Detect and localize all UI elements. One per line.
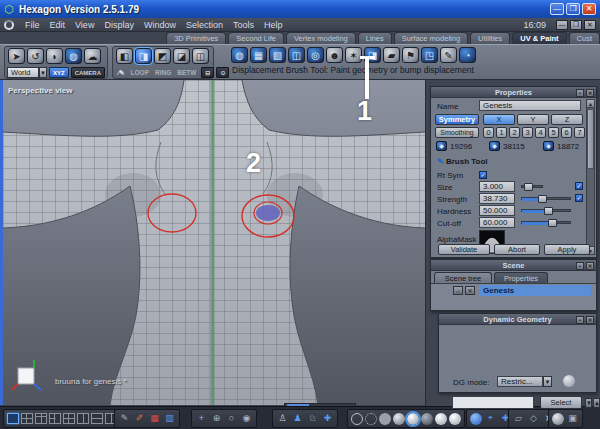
menu-selection[interactable]: Selection xyxy=(181,20,228,30)
strength-checkbox[interactable]: ✓ xyxy=(575,194,583,202)
symmetry-button[interactable]: Symmetry xyxy=(435,114,479,125)
child-restore-button[interactable]: ❒ xyxy=(570,20,582,30)
betw-button[interactable]: BETW xyxy=(174,67,199,78)
flag-tool-icon[interactable]: ⚑ xyxy=(402,47,419,63)
pan-icon[interactable]: + xyxy=(195,412,208,425)
dg-mode-arrow-icon[interactable]: ▼ xyxy=(543,376,552,387)
tree-visibility-icon[interactable]: ✕ xyxy=(465,286,475,295)
head-material-icon[interactable]: ☻ xyxy=(326,47,343,63)
maximize-button[interactable]: ❒ xyxy=(566,3,580,15)
ghost-tool-icon[interactable]: ☁ xyxy=(84,48,101,64)
layout-single-icon[interactable] xyxy=(7,413,19,424)
eye-icon[interactable]: ◉ xyxy=(240,412,253,425)
child-close-button[interactable]: ✕ xyxy=(584,20,596,30)
menu-file[interactable]: File xyxy=(20,20,45,30)
ring-button[interactable]: RING xyxy=(152,67,174,78)
camera-button[interactable]: CAMERA xyxy=(71,67,105,78)
symmetry-x-button[interactable]: X xyxy=(483,114,515,125)
figure-walk-icon[interactable]: ♘ xyxy=(306,412,319,425)
scene-item-genesis[interactable]: Genesis xyxy=(479,285,591,296)
hardness-value[interactable]: 50.000 xyxy=(479,205,515,216)
validate-button[interactable]: Validate xyxy=(438,244,490,255)
hidden-line-mode-icon[interactable] xyxy=(365,413,377,425)
panel-close-icon[interactable]: ✕ xyxy=(586,316,594,324)
face-select-icon[interactable]: ◩ xyxy=(154,48,171,64)
tree-expand-icon[interactable]: ⌂ xyxy=(453,286,463,295)
scene-tree-tab[interactable]: Scene tree xyxy=(434,272,492,283)
flat-mode-icon[interactable] xyxy=(379,413,391,425)
pen-select-icon[interactable]: ∕✎ xyxy=(115,67,128,78)
pencil-mode-icon[interactable]: ✎ xyxy=(118,412,131,425)
layout-three-left-icon[interactable] xyxy=(49,413,61,424)
brush-mode-icon[interactable]: ✐ xyxy=(133,412,146,425)
panel-close-icon[interactable]: ✕ xyxy=(586,89,594,97)
paint-layer-icon[interactable]: ▰ xyxy=(383,47,400,63)
cylinder-view-icon[interactable]: ◓ xyxy=(484,412,497,425)
select-tool-icon[interactable]: ➤ xyxy=(8,48,25,64)
globe-mapping-icon[interactable]: ◎ xyxy=(307,47,324,63)
tab-surface-modeling[interactable]: Surface modeling xyxy=(394,32,468,44)
world-dropdown-arrow-icon[interactable]: ▼ xyxy=(39,67,47,78)
tab-vertex-modeling[interactable]: Vertex modeling xyxy=(286,32,356,44)
smooth-wire-mode-icon[interactable] xyxy=(421,413,433,425)
render-sphere-icon[interactable] xyxy=(552,413,564,425)
properties-scrollbar[interactable]: ▲ ▼ xyxy=(586,99,595,255)
figure-plus-icon[interactable]: ✚ xyxy=(321,412,334,425)
smooth-mode-icon[interactable] xyxy=(407,413,419,425)
apply-button[interactable]: Apply xyxy=(544,244,590,255)
cutoff-slider[interactable] xyxy=(521,221,571,224)
loop-button[interactable]: LOOP xyxy=(128,67,152,78)
close-button[interactable]: ✕ xyxy=(582,3,596,15)
uv-sphere-icon[interactable]: ◍ xyxy=(231,47,248,63)
camera-capture-icon[interactable]: ▣ xyxy=(566,412,579,425)
child-minimize-button[interactable]: — xyxy=(556,20,568,30)
strength-slider[interactable] xyxy=(521,197,571,200)
select-next-icon[interactable]: ▲ xyxy=(593,398,600,408)
rotate-tool-icon[interactable]: ↺ xyxy=(27,48,44,64)
perspective-viewport[interactable] xyxy=(3,80,425,405)
panel-close-icon[interactable]: ✕ xyxy=(586,262,594,270)
abort-button[interactable]: Abort xyxy=(494,244,540,255)
select-prev-icon[interactable]: ▼ xyxy=(585,398,592,408)
symmetry-z-button[interactable]: Z xyxy=(551,114,583,125)
panel-collapse-icon[interactable]: ▪ xyxy=(576,262,584,270)
selection-name-input[interactable] xyxy=(452,396,534,409)
multi-select-icon[interactable]: ◫ xyxy=(192,48,209,64)
sphere-tool-icon[interactable]: ◍ xyxy=(65,48,82,64)
xyz-button[interactable]: XYZ xyxy=(49,67,69,78)
cutoff-value[interactable]: 60.000 xyxy=(479,217,515,228)
menu-window[interactable]: Window xyxy=(139,20,181,30)
camera-map-icon[interactable]: ◔ xyxy=(459,47,476,63)
flat-wire-mode-icon[interactable] xyxy=(393,413,405,425)
minimize-button[interactable]: — xyxy=(550,3,564,15)
strength-value[interactable]: 38.730 xyxy=(479,193,515,204)
object-select-icon[interactable]: ◪ xyxy=(173,48,190,64)
layout-two-horizontal-icon[interactable] xyxy=(91,413,103,424)
zoom-icon[interactable]: ○ xyxy=(225,412,238,425)
smoothing-2-button[interactable]: 2 xyxy=(509,127,520,138)
figure-stand-icon[interactable]: ♙ xyxy=(276,412,289,425)
menu-view[interactable]: View xyxy=(70,20,99,30)
textured-mode-icon[interactable] xyxy=(435,413,447,425)
menu-display[interactable]: Display xyxy=(99,20,139,30)
name-field[interactable]: Genesis xyxy=(479,100,581,111)
smoothing-5-button[interactable]: 5 xyxy=(548,127,559,138)
smoothing-0-button[interactable]: 0 xyxy=(483,127,494,138)
layout-three-top-icon[interactable] xyxy=(35,413,47,424)
tab-uv-paint[interactable]: UV & Paint xyxy=(512,32,566,44)
panel-collapse-icon[interactable]: ▪ xyxy=(576,316,584,324)
textured-wire-mode-icon[interactable] xyxy=(449,413,461,425)
tab-utilities[interactable]: Utilities xyxy=(470,32,510,44)
select-button[interactable]: Select xyxy=(540,396,582,409)
layout-two-vertical-icon[interactable] xyxy=(77,413,89,424)
smoothing-1-button[interactable]: 1 xyxy=(496,127,507,138)
layout-grid-icon[interactable] xyxy=(63,413,75,424)
wireframe-mode-icon[interactable] xyxy=(351,413,363,425)
menu-tools[interactable]: Tools xyxy=(228,20,259,30)
hardness-slider[interactable] xyxy=(521,209,571,212)
cube-unwrap-icon[interactable]: ◫ xyxy=(288,47,305,63)
grow-select-icon[interactable]: ⊟ xyxy=(201,67,214,78)
scene-properties-tab[interactable]: Properties xyxy=(494,272,548,283)
menu-help[interactable]: Help xyxy=(259,20,288,30)
orbit-icon[interactable]: ⊕ xyxy=(210,412,223,425)
